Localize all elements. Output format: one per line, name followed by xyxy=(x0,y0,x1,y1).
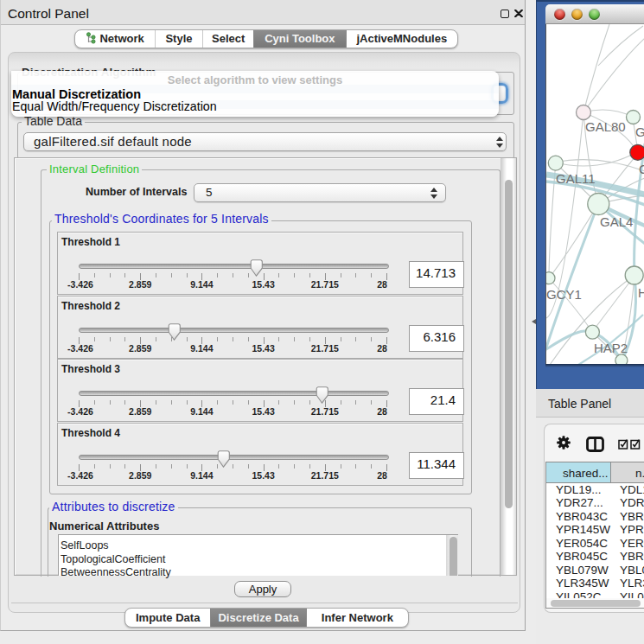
svg-text:HA: HA xyxy=(638,285,644,300)
svg-text:GCY1: GCY1 xyxy=(546,287,582,302)
svg-text:GAL2: GAL2 xyxy=(635,124,644,139)
svg-text:GAL11: GAL11 xyxy=(556,171,596,186)
svg-text:CY: CY xyxy=(639,162,644,176)
svg-text:GAL80: GAL80 xyxy=(585,119,626,134)
svg-text:GAL4: GAL4 xyxy=(600,214,633,229)
svg-text:HAP2: HAP2 xyxy=(594,341,628,355)
